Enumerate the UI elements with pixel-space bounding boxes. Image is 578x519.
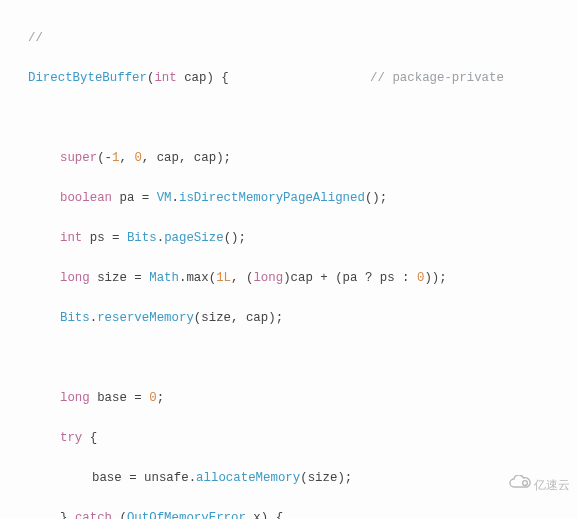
method-name: isDirectMemoryPageAligned	[179, 191, 365, 205]
code-line: boolean pa = VM.isDirectMemoryPageAligne…	[0, 188, 578, 208]
code-text: base = unsafe.	[92, 471, 196, 485]
watermark-text: 亿速云	[534, 475, 570, 495]
code-line: int ps = Bits.pageSize();	[0, 228, 578, 248]
code-text: }	[60, 511, 75, 519]
code-block: // DirectByteBuffer(int cap) { // packag…	[0, 0, 578, 519]
code-text: x) {	[246, 511, 283, 519]
code-line: long size = Math.max(1L, (long)cap + (pa…	[0, 268, 578, 288]
type-name: Bits	[127, 231, 157, 245]
code-text: , (	[231, 271, 253, 285]
cloud-icon	[488, 455, 532, 515]
code-text: (size);	[300, 471, 352, 485]
code-text	[229, 71, 370, 85]
code-line: DirectByteBuffer(int cap) { // package-p…	[0, 68, 578, 88]
code-line: //	[0, 28, 578, 48]
code-text: .max(	[179, 271, 216, 285]
code-line: long base = 0;	[0, 388, 578, 408]
code-line: Bits.reserveMemory(size, cap);	[0, 308, 578, 328]
svg-point-0	[523, 481, 528, 486]
code-line	[0, 348, 578, 368]
code-text: pa =	[112, 191, 157, 205]
code-text: ();	[365, 191, 387, 205]
code-text: base =	[90, 391, 150, 405]
keyword: boolean	[60, 191, 112, 205]
code-text: cap	[177, 71, 207, 85]
code-text: .	[172, 191, 179, 205]
method-name: pageSize	[164, 231, 224, 245]
code-text: (size, cap);	[194, 311, 283, 325]
code-line: try {	[0, 428, 578, 448]
keyword: long	[60, 271, 90, 285]
method-name: allocateMemory	[196, 471, 300, 485]
keyword: long	[253, 271, 283, 285]
code-text: .	[157, 231, 164, 245]
type-name: Bits	[60, 311, 90, 325]
type-name: Math	[149, 271, 179, 285]
number: 0	[149, 391, 156, 405]
method-name: reserveMemory	[97, 311, 194, 325]
code-text: (-	[97, 151, 112, 165]
keyword: catch	[75, 511, 112, 519]
number: 0	[134, 151, 141, 165]
type-name: OutOfMemoryError	[127, 511, 246, 519]
code-text: ();	[224, 231, 246, 245]
code-text: (	[112, 511, 127, 519]
code-text: )cap + (pa ? ps :	[283, 271, 417, 285]
keyword: int	[60, 231, 82, 245]
code-text: size =	[90, 271, 150, 285]
code-text: {	[82, 431, 97, 445]
type-name: DirectByteBuffer	[28, 71, 147, 85]
type-name: VM	[157, 191, 172, 205]
keyword: int	[154, 71, 176, 85]
code-text: ps =	[82, 231, 127, 245]
code-text: ));	[424, 271, 446, 285]
comment-text: // package-private	[370, 71, 504, 85]
code-text: ) {	[206, 71, 228, 85]
comment-text: //	[28, 31, 43, 45]
watermark: 亿速云	[488, 455, 570, 515]
code-text: ;	[157, 391, 164, 405]
number: 1L	[216, 271, 231, 285]
number: 1	[112, 151, 119, 165]
keyword: long	[60, 391, 90, 405]
code-text: , cap, cap);	[142, 151, 231, 165]
code-line	[0, 108, 578, 128]
keyword: try	[60, 431, 82, 445]
code-line: super(-1, 0, cap, cap);	[0, 148, 578, 168]
keyword: super	[60, 151, 97, 165]
code-text: ,	[120, 151, 135, 165]
